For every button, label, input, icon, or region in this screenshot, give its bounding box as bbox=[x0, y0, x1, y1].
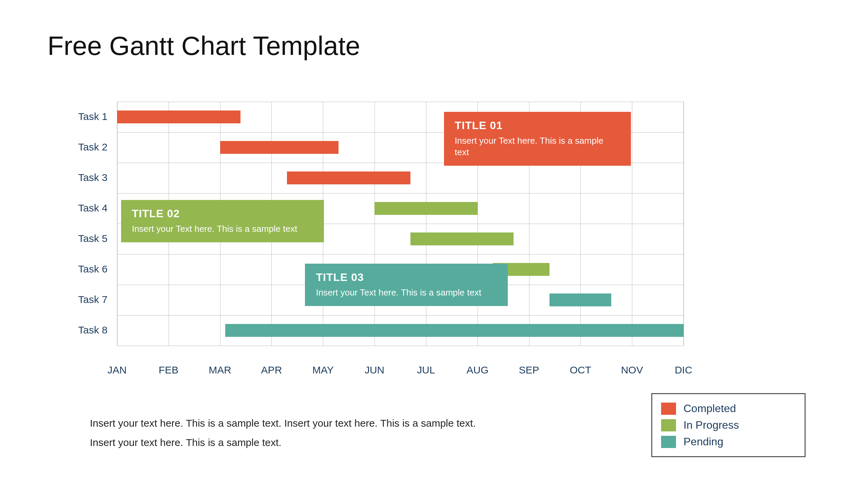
callout-box: TITLE 01Insert your Text here. This is a… bbox=[444, 112, 631, 166]
footer-text: Insert your text here. This is a sample … bbox=[90, 413, 476, 452]
month-label: DIC bbox=[675, 364, 692, 376]
callout-title: TITLE 03 bbox=[316, 271, 497, 284]
task-label: Task 5 bbox=[60, 233, 108, 244]
callout-title: TITLE 02 bbox=[132, 207, 313, 220]
task-label: Task 3 bbox=[60, 172, 108, 183]
legend-item: Completed bbox=[661, 400, 796, 417]
task-label: Task 7 bbox=[60, 294, 108, 305]
legend-swatch bbox=[661, 403, 676, 415]
legend-item: In Progress bbox=[661, 417, 796, 433]
callout-text: Insert your Text here. This is a sample … bbox=[455, 135, 620, 158]
month-label: NOV bbox=[621, 364, 643, 376]
footer-line-1: Insert your text here. This is a sample … bbox=[90, 413, 476, 433]
callout-box: TITLE 02Insert your Text here. This is a… bbox=[121, 200, 324, 242]
legend-label: Pending bbox=[683, 435, 723, 448]
legend-swatch bbox=[661, 436, 676, 448]
month-label: AUG bbox=[466, 364, 488, 376]
gantt-bar bbox=[117, 110, 240, 123]
page-title: Free Gantt Chart Template bbox=[47, 30, 360, 61]
callout-text: Insert your Text here. This is a sample … bbox=[132, 223, 313, 235]
task-label: Task 1 bbox=[60, 111, 108, 122]
callout-text: Insert your Text here. This is a sample … bbox=[316, 287, 497, 299]
gantt-chart: TITLE 01Insert your Text here. This is a… bbox=[117, 102, 683, 346]
month-label: APR bbox=[261, 364, 282, 376]
month-label: SEP bbox=[519, 364, 539, 376]
legend-item: Pending bbox=[661, 433, 796, 450]
month-label: FEB bbox=[159, 364, 178, 376]
gantt-bar bbox=[374, 202, 478, 215]
month-label: JUL bbox=[417, 364, 435, 376]
callout-box: TITLE 03Insert your Text here. This is a… bbox=[305, 264, 508, 306]
task-label: Task 8 bbox=[60, 324, 108, 336]
gantt-bar bbox=[220, 141, 339, 154]
gantt-bar bbox=[225, 324, 683, 337]
gantt-bar bbox=[549, 293, 611, 306]
month-label: JAN bbox=[108, 364, 127, 376]
legend-label: In Progress bbox=[683, 419, 739, 431]
month-label: OCT bbox=[570, 364, 591, 376]
task-label: Task 2 bbox=[60, 141, 108, 153]
footer-line-2: Insert your text here. This is a sample … bbox=[90, 433, 476, 452]
legend-swatch bbox=[661, 419, 676, 431]
gantt-bar bbox=[410, 232, 514, 245]
month-label: JUN bbox=[365, 364, 384, 376]
legend: CompletedIn ProgressPending bbox=[651, 393, 806, 457]
task-label: Task 4 bbox=[60, 202, 108, 214]
month-label: MAR bbox=[209, 364, 231, 376]
month-label: MAY bbox=[312, 364, 334, 376]
legend-label: Completed bbox=[683, 402, 736, 415]
task-label: Task 6 bbox=[60, 263, 108, 275]
gantt-bar bbox=[287, 171, 410, 184]
callout-title: TITLE 01 bbox=[455, 119, 620, 132]
